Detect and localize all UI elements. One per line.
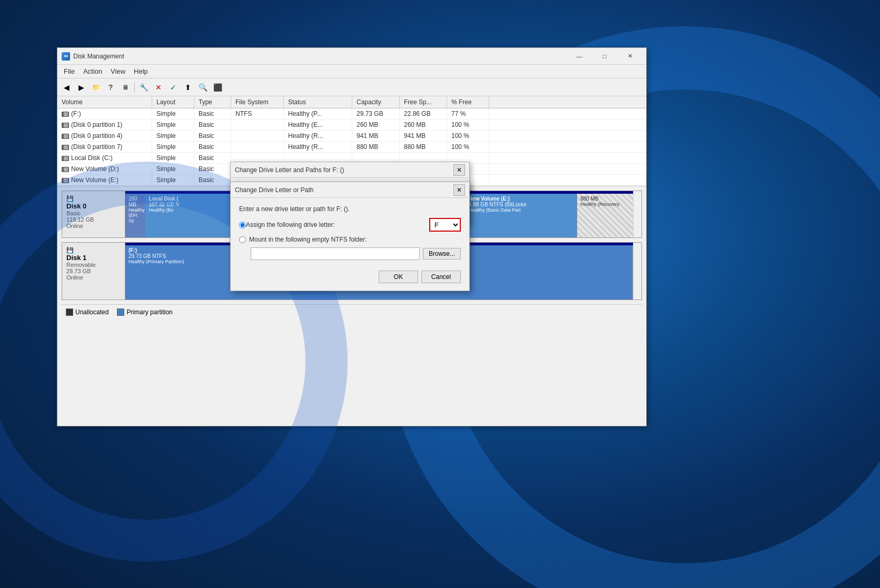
cell-status: Healthy (E... xyxy=(284,119,352,130)
dialog-inner-title: Change Drive Letter or Path xyxy=(235,186,453,194)
table-row[interactable]: (F:) Simple Basic NTFS Healthy (P... 29.… xyxy=(57,108,646,119)
legend-unallocated: Unallocated xyxy=(66,308,108,316)
delete-button[interactable]: ✕ xyxy=(152,81,165,94)
tool-button[interactable]: 🔧 xyxy=(137,81,151,94)
menu-view[interactable]: View xyxy=(106,66,130,77)
cell-layout: Simple xyxy=(152,153,194,163)
table-row[interactable]: (Disk 0 partition 1) Simple Basic Health… xyxy=(57,119,646,131)
legend-primary-box xyxy=(117,308,124,316)
menu-bar: File Action View Help xyxy=(57,65,646,78)
dialog-inner-ok-button[interactable]: OK xyxy=(379,271,418,283)
cell-pct: 77 % xyxy=(447,108,489,119)
scrollbar[interactable] xyxy=(633,191,641,237)
toolbar-separator xyxy=(134,82,135,93)
cell-layout: Simple xyxy=(152,119,194,130)
disk1-type: Removable xyxy=(66,262,121,268)
path-input[interactable] xyxy=(251,247,420,260)
legend-bar: Unallocated Primary partition xyxy=(62,304,642,319)
cell-free: 22.86 GB xyxy=(400,108,447,119)
display-button[interactable]: 🖥 xyxy=(118,81,132,94)
browse-button[interactable]: Browse... xyxy=(423,248,461,260)
col-layout: Layout xyxy=(152,96,194,108)
close-button[interactable]: ✕ xyxy=(618,49,642,64)
mount-radio-label: Mount in the following empty NTFS folder… xyxy=(249,236,367,243)
dialog-outer-close-button[interactable]: ✕ xyxy=(453,164,465,176)
table-row[interactable]: (Disk 0 partition 7) Simple Basic Health… xyxy=(57,142,646,153)
cell-volume: New Volume (D:) xyxy=(57,164,152,174)
assign-radio[interactable] xyxy=(239,222,246,228)
cell-cap: 260 MB xyxy=(352,119,400,130)
assign-radio-row: Assign the following drive letter: F G H… xyxy=(239,218,461,232)
dialog-inner-title-bar: Change Drive Letter or Path ✕ xyxy=(231,182,469,198)
assign-radio-label: Assign the following drive letter: xyxy=(246,221,429,228)
search-button[interactable]: 🔍 xyxy=(196,81,210,94)
cell-volume: (Disk 0 partition 7) xyxy=(57,142,152,152)
disk1-size: 29.73 GB xyxy=(66,268,121,274)
disk1-status: Online xyxy=(66,274,121,281)
help-button[interactable]: ? xyxy=(104,81,117,94)
cell-type: Basic xyxy=(194,119,231,130)
mount-radio[interactable] xyxy=(239,236,246,243)
col-fs: File System xyxy=(231,96,284,108)
window-title: Disk Management xyxy=(73,53,567,60)
col-capacity: Capacity xyxy=(352,96,400,108)
cell-fs xyxy=(231,131,284,141)
scrollbar[interactable] xyxy=(633,243,641,300)
cell-type: Basic xyxy=(194,131,231,141)
disk0-label: 💾 Disk 0 Basic 119.12 GB Online xyxy=(62,191,125,237)
legend-unallocated-label: Unallocated xyxy=(75,308,108,316)
cell-volume: Local Disk (C:) xyxy=(57,153,152,163)
drive-letter-select[interactable]: F G H I J xyxy=(429,218,461,232)
dialog-outer-title: Change Drive Letter and Paths for F: () xyxy=(235,166,453,174)
col-status: Status xyxy=(284,96,352,108)
disk1-name: Disk 1 xyxy=(66,254,121,262)
cell-status: Healthy (P... xyxy=(284,108,352,119)
cell-fs: NTFS xyxy=(231,108,284,119)
cell-free: 260 MB xyxy=(400,119,447,130)
cell-pct: 100 % xyxy=(447,142,489,152)
minimize-button[interactable]: — xyxy=(567,49,591,64)
cell-cap: 880 MB xyxy=(352,142,400,152)
cell-status: Healthy (R... xyxy=(284,142,352,152)
cell-fs xyxy=(231,142,284,152)
partition-recovery[interactable]: 880 MB Healthy (Recovery xyxy=(577,194,633,237)
dialog-inner-cancel-button[interactable]: Cancel xyxy=(421,271,461,283)
table-row[interactable]: (Disk 0 partition 4) Simple Basic Health… xyxy=(57,131,646,142)
toolbar: ◀ ▶ 📁 ? 🖥 🔧 ✕ ✓ ⬆ 🔍 ⬛ xyxy=(57,78,646,96)
col-free: Free Sp... xyxy=(400,96,447,108)
cell-layout: Simple xyxy=(152,175,194,185)
cell-volume: (Disk 0 partition 4) xyxy=(57,131,152,141)
dialog-description: Enter a new drive letter or path for F: … xyxy=(239,205,461,213)
menu-action[interactable]: Action xyxy=(79,66,106,77)
menu-file[interactable]: File xyxy=(60,66,79,77)
partition-efi[interactable]: 260 MB Healthy (EFI Sy xyxy=(125,194,146,237)
dialog-inner-body: Enter a new drive letter or path for F: … xyxy=(231,198,469,291)
check-button[interactable]: ✓ xyxy=(166,81,180,94)
cell-layout: Simple xyxy=(152,108,194,119)
table-header: Volume Layout Type File System Status Ca… xyxy=(57,96,646,108)
window-controls: — □ ✕ xyxy=(567,49,642,64)
cell-volume: New Volume (E:) xyxy=(57,175,152,185)
cell-free: 941 MB xyxy=(400,131,447,141)
menu-help[interactable]: Help xyxy=(130,66,152,77)
maximize-button[interactable]: □ xyxy=(592,49,617,64)
cell-cap: 941 MB xyxy=(352,131,400,141)
dialog-inner-close-button[interactable]: ✕ xyxy=(453,184,465,196)
disk0-status: Online xyxy=(66,223,121,229)
cell-pct: 100 % xyxy=(447,119,489,130)
col-type: Type xyxy=(194,96,231,108)
up-button[interactable]: ⬆ xyxy=(181,81,195,94)
other-button[interactable]: ⬛ xyxy=(211,81,224,94)
dialog-outer-title-bar: Change Drive Letter and Paths for F: () … xyxy=(231,162,469,178)
back-button[interactable]: ◀ xyxy=(60,81,73,94)
dialog-change-drive-letter-inner: Change Drive Letter or Path ✕ Enter a ne… xyxy=(230,182,470,291)
svg-rect-1 xyxy=(64,55,67,57)
cell-free: 880 MB xyxy=(400,142,447,152)
forward-button[interactable]: ▶ xyxy=(74,81,88,94)
cell-volume: (Disk 0 partition 1) xyxy=(57,119,152,130)
cell-layout: Simple xyxy=(152,164,194,174)
folder-button[interactable]: 📁 xyxy=(89,81,103,94)
partition-e[interactable]: New Volume (E:) 4.88 GB NTFS (BitLocke H… xyxy=(466,194,577,237)
col-pct: % Free xyxy=(447,96,489,108)
cell-type: Basic xyxy=(194,175,231,185)
